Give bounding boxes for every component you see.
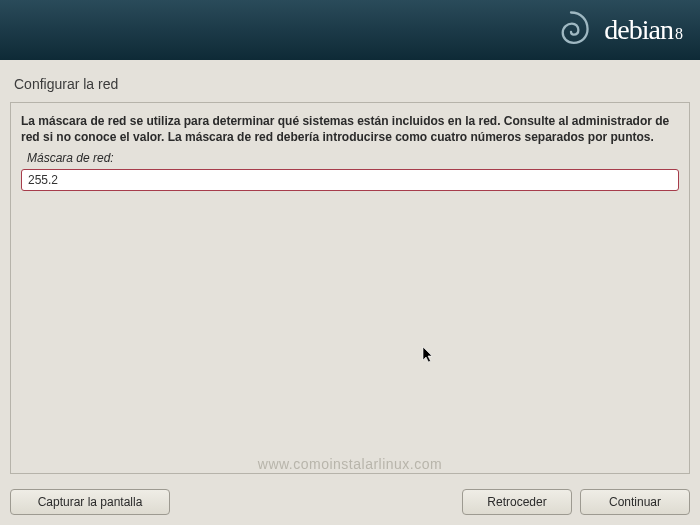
netmask-label: Máscara de red: bbox=[27, 151, 679, 165]
continue-button[interactable]: Continuar bbox=[580, 489, 690, 515]
brand-version: 8 bbox=[675, 25, 682, 43]
main-panel: La máscara de red se utiliza para determ… bbox=[10, 102, 690, 474]
back-button[interactable]: Retroceder bbox=[462, 489, 572, 515]
button-bar: Capturar la pantalla Retroceder Continua… bbox=[0, 479, 700, 525]
debian-swirl-icon bbox=[548, 7, 594, 53]
brand-name: debian bbox=[604, 14, 673, 46]
page-title: Configurar la red bbox=[0, 60, 700, 102]
installer-header: debian8 bbox=[0, 0, 700, 60]
instructions-text: La máscara de red se utiliza para determ… bbox=[21, 113, 679, 145]
screenshot-button[interactable]: Capturar la pantalla bbox=[10, 489, 170, 515]
debian-brand-text: debian8 bbox=[604, 14, 682, 46]
netmask-input[interactable] bbox=[21, 169, 679, 191]
